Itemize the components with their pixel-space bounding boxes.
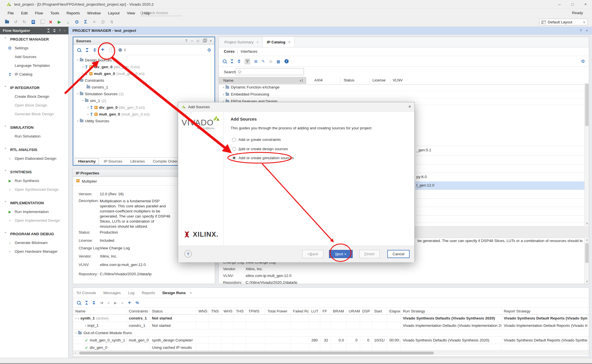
sum-icon[interactable]: Σ — [82, 19, 89, 25]
menu-flow[interactable]: Flow — [31, 11, 47, 15]
gear-icon[interactable]: ⚙ — [581, 59, 589, 64]
radio-add-constraints[interactable]: Add or create constraints — [232, 137, 281, 142]
catalog-row-embedded[interactable]: ›Embedded Processing — [219, 91, 589, 98]
run-row-synth1[interactable]: ››synth_1 (active) constrs_1Not started … — [73, 315, 589, 322]
menu-tools[interactable]: Tools — [47, 11, 63, 15]
open-project-icon[interactable] — [3, 19, 10, 25]
chevron-down-icon[interactable]: › — [74, 318, 78, 319]
sidebar-item-ip-catalog[interactable]: IP Catalog — [0, 70, 68, 79]
redo-icon[interactable]: ↻ — [21, 19, 28, 25]
scroll-up-icon[interactable]: ∧ — [585, 238, 589, 242]
menu-layout[interactable]: Layout — [104, 11, 123, 15]
sidebar-item-add-sources[interactable]: Add Sources — [0, 52, 68, 61]
tab-ip-sources[interactable]: IP Sources — [101, 159, 125, 164]
chevron-down-icon[interactable]: › — [76, 59, 79, 61]
section-header[interactable]: ›IMPLEMENTATION — [0, 199, 68, 207]
menu-view[interactable]: View — [123, 11, 139, 15]
collapse-all-icon[interactable] — [231, 59, 233, 63]
help-icon[interactable]: ? — [59, 29, 61, 33]
tab-ip-catalog[interactable]: IP Catalog× — [262, 37, 295, 47]
copy-icon[interactable] — [38, 19, 45, 25]
filter-icon[interactable]: ∇ — [245, 59, 250, 64]
close-icon[interactable]: × — [257, 40, 259, 44]
column-vlnv[interactable]: VLNV — [393, 78, 403, 82]
column-license[interactable]: License — [372, 78, 386, 82]
menu-reports[interactable]: Reports — [63, 11, 83, 15]
sidebar-item-run-synthesis[interactable]: ▶Run Synthesis — [0, 176, 68, 185]
expand-all-icon[interactable] — [92, 301, 95, 305]
section-header[interactable]: ›IP INTEGRATOR — [0, 83, 68, 92]
close-icon[interactable]: × — [288, 40, 290, 44]
search-icon[interactable] — [223, 59, 226, 63]
chevron-down-icon[interactable]: › — [76, 80, 79, 81]
radio-icon[interactable] — [232, 138, 236, 142]
chevron-down-icon[interactable]: › — [81, 100, 85, 101]
tab-tcl-console[interactable]: Tcl Console — [76, 291, 96, 295]
help-icon[interactable]: ? — [580, 28, 582, 33]
catalog-row-dfx[interactable]: ›Dynamic Function eXchange — [219, 84, 589, 91]
undo-icon[interactable]: ↺ — [12, 19, 19, 25]
chevron-right-icon[interactable]: › — [87, 106, 89, 109]
section-header[interactable]: ›PROJECT MANAGER — [0, 35, 68, 44]
info-icon[interactable]: i — [284, 59, 289, 63]
chip-icon[interactable]: ▦ — [277, 59, 280, 64]
sidebar-item-settings[interactable]: ⚙Settings — [0, 44, 68, 52]
section-header[interactable]: ›SYNTHESIS — [0, 168, 68, 176]
search-icon[interactable] — [77, 301, 81, 305]
scroll-down-icon[interactable]: ∨ — [585, 279, 589, 284]
collapse-all-icon[interactable] — [86, 48, 89, 52]
cancel-button[interactable]: Cancel — [387, 250, 410, 258]
chevron-right-icon[interactable]: › — [223, 86, 224, 89]
collapse-all-icon[interactable] — [85, 301, 88, 305]
chevron-right-icon[interactable]: › — [77, 119, 78, 123]
tab-compile-order[interactable]: Compile Order — [150, 159, 181, 164]
expand-all-icon[interactable] — [93, 48, 96, 52]
minimize-icon[interactable]: – — [64, 29, 66, 33]
expand-all-icon[interactable] — [238, 59, 240, 63]
dialog-titlebar[interactable]: Add Sources × — [178, 102, 414, 112]
add-sources-button[interactable]: + — [101, 46, 104, 53]
maximize-icon[interactable]: □ — [197, 39, 199, 43]
sidebar-item-language-templates[interactable]: Language Templates — [0, 61, 68, 70]
tab-hierarchy[interactable]: Hierarchy — [75, 158, 99, 164]
subtab-interfaces[interactable]: Interfaces — [241, 49, 257, 54]
change-log-link[interactable]: View Change Log — [100, 246, 130, 250]
float-icon[interactable] — [203, 39, 206, 42]
radio-add-design-sources[interactable]: Add or create design sources — [232, 147, 288, 151]
sidebar-item-generate-bitstream[interactable]: ↓Generate Bitstream — [0, 238, 68, 247]
details-scrollbar[interactable]: ∧ ∨ — [584, 238, 589, 284]
window-minimize-icon[interactable]: – — [553, 0, 566, 8]
run-row-mult-gen-synth[interactable]: ✓mult_gen_0_synth_1 mult_gen_0synth_desi… — [73, 337, 589, 344]
chevron-down-icon[interactable]: › — [74, 332, 78, 334]
tab-messages[interactable]: Messages — [103, 291, 121, 295]
radio-add-simulation-sources[interactable]: Add or create simulation sources — [232, 156, 294, 160]
run-row-impl1[interactable]: ›impl_1 constrs_1Not started Vivado Impl… — [73, 322, 589, 329]
sidebar-item-create-block-design[interactable]: Create Block Design — [0, 92, 68, 101]
menu-edit[interactable]: Edit — [17, 11, 31, 15]
vertical-scrollbar[interactable]: ∨ — [584, 83, 589, 226]
sidebar-item-run-simulation[interactable]: Run Simulation — [0, 132, 68, 141]
layout-selector[interactable]: Default Layout ∨ — [539, 19, 588, 25]
search-icon[interactable] — [77, 48, 81, 52]
tab-reports[interactable]: Reports — [142, 291, 155, 295]
create-run-icon[interactable]: + — [128, 299, 131, 306]
scroll-down-icon[interactable]: ∨ — [585, 221, 589, 226]
section-header[interactable]: ›PROGRAM AND DEBUG — [0, 230, 68, 238]
chevron-right-icon[interactable]: › — [82, 65, 83, 68]
next-button[interactable]: Next > — [329, 250, 353, 258]
sidebar-item-open-elaborated-design[interactable]: ›Open Elaborated Design — [0, 154, 68, 163]
hierarchy-icon[interactable]: ⊞ — [254, 59, 257, 64]
delete-icon[interactable]: × — [47, 19, 54, 25]
chevron-down-icon[interactable]: › — [76, 93, 79, 94]
section-header[interactable]: ›SIMULATION — [0, 123, 68, 132]
radio-selected-icon[interactable] — [232, 156, 236, 160]
wrench-icon[interactable]: ✎ — [262, 59, 265, 64]
tree-item-constraints[interactable]: ›Constraints — [73, 77, 215, 84]
tree-item-simulation-sources[interactable]: ›Simulation Sources (2) — [73, 90, 215, 97]
quick-access-input[interactable]: Q- Quick Access — [140, 11, 182, 16]
close-icon[interactable]: × — [190, 291, 192, 295]
collapse-all-icon[interactable] — [47, 29, 50, 32]
scroll-left-icon[interactable]: ‹ — [73, 351, 78, 356]
menu-file[interactable]: File — [4, 11, 17, 15]
column-axi4[interactable]: AXI4 — [314, 78, 322, 82]
